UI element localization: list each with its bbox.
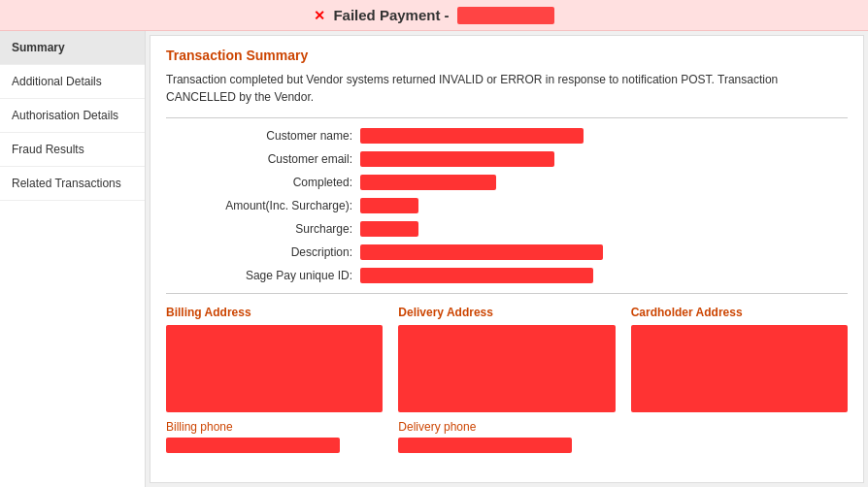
address-row: Billing Address Billing phone Delivery A… bbox=[166, 306, 848, 453]
billing-address-col: Billing Address Billing phone bbox=[166, 306, 383, 453]
billing-phone-box bbox=[166, 438, 340, 453]
value-description bbox=[360, 244, 603, 260]
cardholder-address-title: Cardholder Address bbox=[631, 306, 848, 319]
value-customer-email bbox=[360, 151, 554, 167]
delivery-phone-label: Delivery phone bbox=[398, 420, 615, 434]
label-customer-name: Customer name: bbox=[166, 129, 360, 143]
value-sagepay-id bbox=[360, 268, 593, 283]
billing-address-title: Billing Address bbox=[166, 306, 383, 319]
field-customer-name: Customer name: bbox=[166, 128, 848, 144]
sidebar-item-fraud-results[interactable]: Fraud Results bbox=[0, 133, 145, 167]
cardholder-address-box bbox=[631, 325, 848, 412]
label-description: Description: bbox=[166, 245, 360, 259]
label-sagepay-id: Sage Pay unique ID: bbox=[166, 269, 360, 282]
delivery-address-col: Delivery Address Delivery phone bbox=[398, 306, 615, 453]
value-amount bbox=[360, 198, 418, 213]
billing-address-box bbox=[166, 325, 383, 412]
value-surcharge bbox=[360, 221, 418, 237]
x-icon: ✕ bbox=[314, 8, 325, 23]
divider-top bbox=[166, 117, 848, 118]
sidebar-item-authorisation-details[interactable]: Authorisation Details bbox=[0, 99, 145, 133]
sidebar: Summary Additional Details Authorisation… bbox=[0, 31, 146, 487]
billing-phone-label: Billing phone bbox=[166, 420, 383, 434]
value-completed bbox=[360, 175, 496, 190]
label-customer-email: Customer email: bbox=[166, 152, 360, 166]
field-amount: Amount(Inc. Surcharge): bbox=[166, 198, 848, 213]
banner-title: Failed Payment - bbox=[333, 7, 449, 23]
delivery-address-box bbox=[398, 325, 615, 412]
main-layout: Summary Additional Details Authorisation… bbox=[0, 31, 868, 487]
cardholder-address-col: Cardholder Address bbox=[631, 306, 848, 453]
banner-redacted bbox=[457, 7, 554, 24]
delivery-phone-box bbox=[398, 438, 572, 453]
section-title: Transaction Summary bbox=[166, 48, 848, 63]
label-amount: Amount(Inc. Surcharge): bbox=[166, 199, 360, 212]
main-content: Transaction Summary Transaction complete… bbox=[150, 35, 864, 483]
field-surcharge: Surcharge: bbox=[166, 221, 848, 237]
delivery-address-title: Delivery Address bbox=[398, 306, 615, 319]
field-sagepay-id: Sage Pay unique ID: bbox=[166, 268, 848, 283]
field-description: Description: bbox=[166, 244, 848, 260]
label-surcharge: Surcharge: bbox=[166, 222, 360, 236]
info-text: Transaction completed but Vendor systems… bbox=[166, 71, 848, 106]
field-completed: Completed: bbox=[166, 175, 848, 190]
field-customer-email: Customer email: bbox=[166, 151, 848, 167]
sidebar-item-additional-details[interactable]: Additional Details bbox=[0, 65, 145, 99]
label-completed: Completed: bbox=[166, 176, 360, 189]
sidebar-item-related-transactions[interactable]: Related Transactions bbox=[0, 167, 145, 201]
sidebar-item-summary[interactable]: Summary bbox=[0, 31, 145, 65]
top-banner: ✕ Failed Payment - bbox=[0, 0, 868, 31]
divider-bottom bbox=[166, 293, 848, 294]
value-customer-name bbox=[360, 128, 584, 144]
